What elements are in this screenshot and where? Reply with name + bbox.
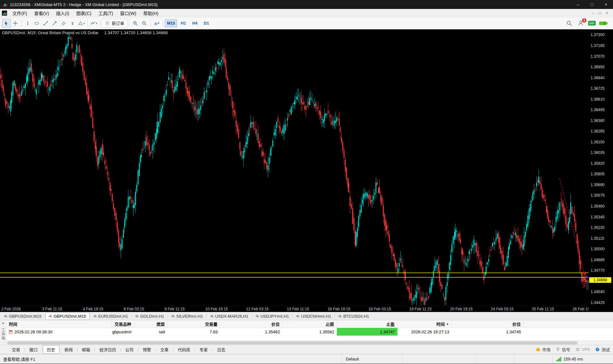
chart-tab-usdcnhm-h1[interactable]: USDCNHm#,H1 xyxy=(293,313,335,320)
title-bar: 113233556 - XMGlobal-MT5 2 - Hedge - XM … xyxy=(0,0,613,9)
chart-tab-usdx-mar26-h1[interactable]: USDX-MAR26,H1 xyxy=(207,313,252,320)
tester-button[interactable]: 测试 xyxy=(595,346,610,353)
menu-item-5[interactable]: 窗口(W) xyxy=(117,9,140,17)
chart-shift-button[interactable] xyxy=(152,19,161,28)
child-restore-button[interactable]: □ xyxy=(596,11,603,15)
toolbox-tab-3[interactable]: 新闻 xyxy=(60,345,77,354)
history-column-header-5[interactable]: 止损 xyxy=(283,320,337,328)
history-column-header-8[interactable]: 价位 xyxy=(452,320,524,328)
history-column-header-0[interactable]: 时间 xyxy=(6,320,112,328)
lvl-icon[interactable]: LVL xyxy=(588,21,596,26)
toolbox-tab-7[interactable]: 预警 xyxy=(139,345,155,354)
chart-tab-usdjpym-h1[interactable]: USDJPYm#,H1 xyxy=(252,313,293,320)
status-cell-empty xyxy=(476,354,514,364)
toolbox-tab-2[interactable]: 历史 xyxy=(43,345,59,354)
chart-tab-icon xyxy=(338,315,342,318)
history-column-header-4[interactable]: 价位 xyxy=(220,320,283,328)
chart-tab-eurusdm-h1[interactable]: EURUSDm#,H1 xyxy=(90,313,132,320)
chart-tab-label: BTCUSD#,H1 xyxy=(343,314,369,319)
candlestick-chart[interactable] xyxy=(0,29,588,306)
price-axis-label: 1.36495 xyxy=(591,108,604,112)
toolbox-tab-1[interactable]: 敞口 xyxy=(25,345,42,354)
price-axis-label: 1.34540 xyxy=(591,290,604,294)
vertical-line-tool-button[interactable] xyxy=(23,19,32,28)
signals-button[interactable]: 信号 xyxy=(556,346,570,353)
child-minimize-button[interactable]: – xyxy=(589,11,596,15)
new-order-button[interactable]: 新订单 xyxy=(102,19,127,28)
crosshair-tool-button[interactable] xyxy=(11,19,20,28)
chart-title: GBPUSDm#, M15: Great Britain Pound vs US… xyxy=(2,30,168,35)
maximize-button[interactable]: □ xyxy=(585,0,599,9)
zoom-in-button[interactable] xyxy=(131,19,140,28)
shapes-tool-button[interactable]: ▾ xyxy=(77,19,86,28)
minimize-button[interactable]: – xyxy=(571,0,585,9)
toolbar: T ▾ ▾ 新订单 M15H1H4D1 xyxy=(0,17,613,29)
notifications-icon[interactable]: 1 xyxy=(577,19,585,27)
chart-tab-silverm-h1[interactable]: SILVERm#,H1 xyxy=(168,313,207,320)
table-row[interactable]: 2026.02.26 09:38:30gbpusdm#sell7.831.354… xyxy=(6,328,613,336)
time-axis-label: 16 Feb 19:15 xyxy=(328,307,350,311)
toolbox-side-strip: × 工具箱 xyxy=(0,320,6,345)
price-axis-label: 1.36150 xyxy=(591,140,604,144)
menu-item-3[interactable]: 图表(C) xyxy=(73,9,95,17)
timeframe-button-d1[interactable]: D1 xyxy=(201,19,212,27)
menu-item-0[interactable]: 文件(F) xyxy=(9,9,31,17)
chart-area[interactable]: GBPUSDm#, M15: Great Britain Pound vs US… xyxy=(0,29,613,312)
timeframe-button-h4[interactable]: H4 xyxy=(189,19,200,27)
connection-status[interactable]: 159.45 ms xyxy=(552,354,613,364)
history-cell-open-price: 1.35462 xyxy=(220,328,283,336)
close-button[interactable]: × xyxy=(599,0,613,9)
indicators-button[interactable]: ▾ xyxy=(89,19,98,28)
market-button[interactable]: 市场 xyxy=(536,346,550,353)
chart-tab-btcusd-h1[interactable]: BTCUSD#,H1 xyxy=(335,313,373,320)
toolbox-tab-8[interactable]: 文章 xyxy=(156,345,173,354)
toolbox-tab-9[interactable]: 代码库 xyxy=(174,345,194,354)
text-tool-button[interactable]: T xyxy=(68,19,77,28)
profile-selector[interactable]: Default xyxy=(342,354,402,364)
menu-item-6[interactable]: 帮助(H) xyxy=(140,9,162,17)
history-cell-symbol: gbpusdm# xyxy=(112,328,134,336)
toolbox-tab-5[interactable]: 经济日历 xyxy=(95,345,120,354)
toolbox-tab-10[interactable]: 专家 xyxy=(195,345,212,354)
toolbox-tab-11[interactable]: 日志 xyxy=(213,345,230,354)
search-icon[interactable] xyxy=(565,19,573,27)
menu-item-4[interactable]: 工具(T) xyxy=(95,9,117,17)
price-axis[interactable]: 1.34668 1.373001.371851.370701.369551.36… xyxy=(588,29,613,312)
channel-tool-button[interactable] xyxy=(59,19,68,28)
chart-tab-icon xyxy=(210,315,214,318)
chart-tab-label: USDJPYm#,H1 xyxy=(261,314,289,319)
chart-tab-bar: GBPUSDm#,M15GBPUSDm#,M15EURUSDm#,H1GOLDm… xyxy=(0,312,613,320)
chart-tab-gbpusdm-m15[interactable]: GBPUSDm#,M15 xyxy=(1,313,45,320)
menu-item-1[interactable]: 查看(V) xyxy=(31,9,53,17)
toolbox-tab-6[interactable]: 公司 xyxy=(121,345,138,354)
trendline-tool-button[interactable] xyxy=(41,19,50,28)
history-column-header-7[interactable]: 时间▲ xyxy=(397,320,452,328)
time-axis[interactable]: 2 Feb 20263 Feb 11:154 Feb 19:156 Feb 03… xyxy=(0,306,613,312)
history-column-header-6[interactable]: 止盈 xyxy=(337,320,397,328)
history-column-header-3[interactable]: 交易量 xyxy=(168,320,220,328)
timeframe-button-h1[interactable]: H1 xyxy=(178,19,189,27)
timeframe-button-m15[interactable]: M15 xyxy=(165,19,177,27)
child-close-button[interactable]: × xyxy=(603,11,610,15)
toolbar-separator xyxy=(100,20,100,27)
price-axis-label: 1.36725 xyxy=(591,86,604,91)
horizontal-scrollbar[interactable] xyxy=(6,340,613,345)
chart-tab-gbpusdm-m15[interactable]: GBPUSDm#,M15 xyxy=(45,313,90,320)
chart-tab-goldm-h1[interactable]: GOLDm#,H1 xyxy=(132,313,168,320)
zoom-out-button[interactable] xyxy=(140,19,149,28)
time-axis-label: 19 Feb 11:15 xyxy=(409,307,432,311)
menu-item-2[interactable]: 插入(I) xyxy=(53,9,73,17)
time-axis-label: 25 Feb 11:15 xyxy=(532,307,554,311)
scrollbar-thumb[interactable] xyxy=(7,341,578,345)
chart-tab-label: USDCNHm#,H1 xyxy=(301,314,331,319)
vps-button[interactable]: VPS xyxy=(575,347,590,352)
chart-tab-label: GOLDm#,H1 xyxy=(140,314,164,319)
toolbox-tab-0[interactable]: 交易 xyxy=(8,345,24,354)
cursor-tool-button[interactable] xyxy=(2,19,11,28)
ray-tool-button[interactable] xyxy=(50,19,59,28)
toolbox-tab-4[interactable]: 邮箱 xyxy=(78,345,95,354)
ellipse-tool-button[interactable] xyxy=(32,19,41,28)
toolbox-close-button[interactable]: × xyxy=(2,320,4,327)
history-column-header-2[interactable]: 类型 xyxy=(134,320,168,328)
history-column-header-1[interactable]: 交易品种 xyxy=(112,320,134,328)
